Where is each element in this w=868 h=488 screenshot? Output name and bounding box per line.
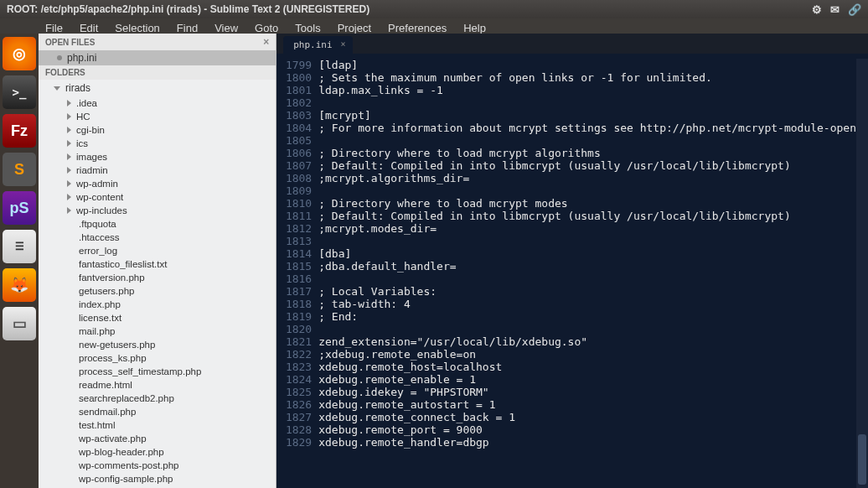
launcher-sublime-icon[interactable]: S: [3, 153, 36, 186]
line-number: 1815: [276, 260, 312, 273]
file-item[interactable]: process_ks.php: [39, 351, 276, 365]
file-item[interactable]: .htaccess: [39, 231, 276, 244]
file-item[interactable]: fantastico_fileslist.txt: [39, 257, 276, 271]
file-item[interactable]: wp-activate.php: [39, 432, 276, 445]
tray-mail-icon[interactable]: ✉: [830, 3, 840, 16]
folder-item[interactable]: HC: [39, 110, 276, 123]
folder-item[interactable]: wp-content: [39, 190, 276, 204]
titlebar: ROOT: /etc/php5/apache2/php.ini (rirads)…: [0, 0, 868, 18]
chevron-right-icon: [67, 180, 71, 187]
file-item[interactable]: license.txt: [39, 311, 276, 324]
folder-item[interactable]: images: [39, 150, 276, 164]
file-item[interactable]: error_log: [39, 244, 276, 257]
open-file-item[interactable]: php.ini: [39, 50, 276, 65]
code-line[interactable]: ; For more information about mcrypt sett…: [318, 122, 856, 134]
vertical-scrollbar[interactable]: [856, 59, 868, 488]
chevron-right-icon: [67, 113, 71, 120]
scroll-thumb[interactable]: [858, 434, 866, 485]
launcher-terminal-icon[interactable]: >_: [3, 75, 36, 109]
file-item[interactable]: wp-blog-header.php: [39, 445, 276, 459]
launcher-phpstorm-icon[interactable]: pS: [3, 191, 36, 225]
launcher-ubuntu-icon[interactable]: ◎: [3, 37, 36, 70]
file-item[interactable]: sendmail.php: [39, 405, 276, 418]
code-line[interactable]: xdebug.remote_connect_back = 1: [318, 411, 856, 423]
code-line[interactable]: xdebug.remote_host=localhost: [318, 361, 856, 373]
line-number: 1799: [276, 59, 312, 71]
folder-item[interactable]: ics: [39, 137, 276, 150]
line-number: 1810: [276, 197, 312, 210]
folder-name: cgi-bin: [76, 124, 105, 136]
code-line[interactable]: [318, 96, 856, 109]
code-lines[interactable]: [ldap]; Sets the maximum number of open …: [318, 59, 856, 488]
file-name: mail.php: [79, 325, 115, 337]
code-line[interactable]: ; Sets the maximum number of open links …: [318, 71, 856, 84]
code-line[interactable]: xdebug.remote_handler=dbgp: [318, 436, 856, 449]
code-line[interactable]: xdebug.remote_enable = 1: [318, 373, 856, 386]
file-item[interactable]: wp-comments-post.php: [39, 459, 276, 472]
code-line[interactable]: xdebug.remote_autostart = 1: [318, 398, 856, 411]
code-line[interactable]: ;mcrypt.modes_dir=: [318, 222, 856, 235]
file-item[interactable]: .ftpquota: [39, 217, 276, 231]
file-item[interactable]: searchreplacedb2.php: [39, 392, 276, 405]
code-line[interactable]: zend_extension="/usr/local/lib/xdebug.so…: [318, 335, 856, 348]
line-number: 1801: [276, 84, 312, 96]
code-line[interactable]: ; End:: [318, 310, 856, 323]
file-item[interactable]: mail.php: [39, 324, 276, 338]
line-number: 1804: [276, 122, 312, 134]
folder-name: HC: [76, 111, 90, 122]
file-name: .htaccess: [79, 231, 120, 243]
code-line[interactable]: [318, 235, 856, 247]
code-line[interactable]: ldap.max_links = -1: [318, 84, 856, 96]
code-line[interactable]: ; tab-width: 4: [318, 298, 856, 310]
code-line[interactable]: ;xdebug.remote_enable=on: [318, 348, 856, 361]
folder-item[interactable]: wp-includes: [39, 204, 276, 217]
launcher-firefox-icon[interactable]: 🦊: [3, 268, 36, 302]
code-line[interactable]: ; Default: Compiled in into libmcrypt (u…: [318, 159, 856, 172]
code-line[interactable]: [dba]: [318, 247, 856, 260]
file-item[interactable]: process_self_timestamp.php: [39, 365, 276, 378]
file-item[interactable]: wp-config-sample.php: [39, 472, 276, 485]
launcher-filezilla-icon[interactable]: Fz: [3, 114, 36, 148]
code-line[interactable]: [318, 323, 856, 335]
folder-item[interactable]: .idea: [39, 96, 276, 110]
code-line[interactable]: ;dba.default_handler=: [318, 260, 856, 273]
code-line[interactable]: ; Default: Compiled in into libmcrypt (u…: [318, 210, 856, 222]
tray-bluetooth-icon[interactable]: ⚙: [812, 3, 822, 16]
code-line[interactable]: ; Local Variables:: [318, 285, 856, 298]
file-item[interactable]: getusers.php: [39, 284, 276, 298]
line-number: 1826: [276, 398, 312, 411]
close-icon[interactable]: ×: [263, 36, 269, 48]
code-line[interactable]: ; Directory where to load mcrypt modes: [318, 197, 856, 210]
code-line[interactable]: ; Directory where to load mcrypt algorit…: [318, 147, 856, 159]
file-item[interactable]: test.html: [39, 418, 276, 432]
line-number: 1812: [276, 222, 312, 235]
tray-network-icon[interactable]: 🔗: [848, 3, 861, 16]
line-number: 1805: [276, 134, 312, 147]
file-item[interactable]: readme.html: [39, 378, 276, 392]
code-line[interactable]: [318, 184, 856, 197]
launcher-document-icon[interactable]: ☰: [3, 230, 36, 263]
folder-item[interactable]: wp-admin: [39, 177, 276, 190]
code-line[interactable]: xdebug.remote_port = 9000: [318, 423, 856, 436]
tab-php-ini[interactable]: php.ini ×: [283, 36, 352, 54]
folder-root[interactable]: rirads: [39, 80, 276, 96]
file-item[interactable]: index.php: [39, 298, 276, 311]
file-name: wp-activate.php: [79, 433, 147, 444]
sidebar: OPEN FILES × php.ini FOLDERS rirads .ide…: [39, 34, 276, 488]
file-name: process_self_timestamp.php: [79, 366, 201, 377]
code-line[interactable]: [318, 134, 856, 147]
file-name: getusers.php: [79, 285, 135, 297]
tab-close-icon[interactable]: ×: [341, 39, 346, 49]
code-line[interactable]: [318, 273, 856, 285]
launcher-files-icon[interactable]: ▭: [3, 307, 36, 340]
line-number: 1806: [276, 147, 312, 159]
folder-item[interactable]: riadmin: [39, 164, 276, 177]
code-line[interactable]: ;mcrypt.algorithms_dir=: [318, 172, 856, 184]
code-line[interactable]: [ldap]: [318, 59, 856, 71]
code-area[interactable]: 1799180018011802180318041805180618071808…: [276, 54, 868, 488]
file-item[interactable]: fantversion.php: [39, 271, 276, 284]
code-line[interactable]: [mcrypt]: [318, 109, 856, 122]
file-item[interactable]: new-getusers.php: [39, 338, 276, 351]
code-line[interactable]: xdebug.idekey = "PHPSTORM": [318, 386, 856, 398]
folder-item[interactable]: cgi-bin: [39, 123, 276, 137]
